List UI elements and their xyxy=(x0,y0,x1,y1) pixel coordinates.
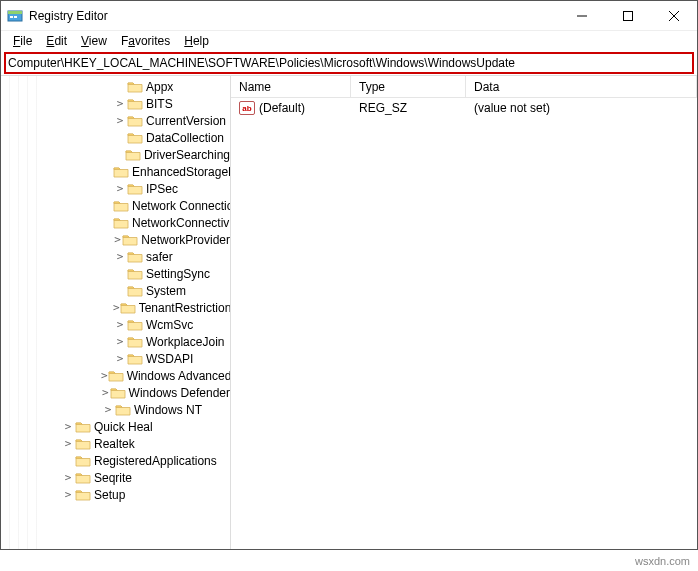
folder-icon xyxy=(113,216,129,230)
titlebar[interactable]: Registry Editor xyxy=(1,1,697,31)
minimize-button[interactable] xyxy=(559,1,605,31)
tree-item[interactable]: >BITS xyxy=(1,95,230,112)
tree-item[interactable]: EnhancedStorageDevices xyxy=(1,163,230,180)
tree-item[interactable]: >NetworkProvider xyxy=(1,231,230,248)
expand-icon[interactable]: > xyxy=(61,437,75,450)
tree-item[interactable]: DataCollection xyxy=(1,129,230,146)
tree-item[interactable]: >WorkplaceJoin xyxy=(1,333,230,350)
tree-item[interactable]: >CurrentVersion xyxy=(1,112,230,129)
tree-item[interactable]: >Windows Advanced Threat Protection xyxy=(1,367,230,384)
folder-icon xyxy=(127,182,143,196)
maximize-button[interactable] xyxy=(605,1,651,31)
expand-icon[interactable]: > xyxy=(113,335,127,348)
address-bar-container xyxy=(1,51,697,75)
tree-item[interactable]: >Seqrite xyxy=(1,469,230,486)
folder-icon xyxy=(127,284,143,298)
folder-icon xyxy=(127,352,143,366)
tree-item-label: Quick Heal xyxy=(94,420,153,434)
svg-rect-3 xyxy=(14,16,17,18)
tree-item[interactable]: >IPSec xyxy=(1,180,230,197)
tree-item-label: BITS xyxy=(146,97,173,111)
expand-icon[interactable]: > xyxy=(101,369,108,382)
expand-icon[interactable]: > xyxy=(113,182,127,195)
tree-item[interactable]: >Realtek xyxy=(1,435,230,452)
menu-view[interactable]: View xyxy=(75,32,113,50)
tree-item-label: SettingSync xyxy=(146,267,210,281)
tree-item-label: EnhancedStorageDevices xyxy=(132,165,231,179)
folder-icon xyxy=(127,114,143,128)
tree-item[interactable]: >Windows NT xyxy=(1,401,230,418)
column-name[interactable]: Name xyxy=(231,76,351,97)
tree-item[interactable]: >WSDAPI xyxy=(1,350,230,367)
tree-item-label: IPSec xyxy=(146,182,178,196)
folder-icon xyxy=(127,335,143,349)
folder-icon xyxy=(110,386,126,400)
menubar: File Edit View Favorites Help xyxy=(1,31,697,51)
tree-item[interactable]: Appx xyxy=(1,78,230,95)
folder-icon xyxy=(127,97,143,111)
tree-item-label: RegisteredApplications xyxy=(94,454,217,468)
tree-item[interactable]: >WcmSvc xyxy=(1,316,230,333)
tree-item[interactable]: DriverSearching xyxy=(1,146,230,163)
menu-file[interactable]: File xyxy=(7,32,38,50)
list-pane[interactable]: Name Type Data ab(Default)REG_SZ(value n… xyxy=(231,76,697,549)
folder-icon xyxy=(75,420,91,434)
tree-item[interactable]: >safer xyxy=(1,248,230,265)
expand-icon[interactable]: > xyxy=(113,114,127,127)
tree-item-label: Network Connections xyxy=(132,199,231,213)
tree-item[interactable]: >Quick Heal xyxy=(1,418,230,435)
tree-item[interactable]: Network Connections xyxy=(1,197,230,214)
list-row[interactable]: ab(Default)REG_SZ(value not set) xyxy=(231,98,697,116)
folder-icon xyxy=(125,148,141,162)
tree-item[interactable]: >Setup xyxy=(1,486,230,503)
tree-pane[interactable]: Appx>BITS>CurrentVersionDataCollectionDr… xyxy=(1,76,231,549)
menu-favorites[interactable]: Favorites xyxy=(115,32,176,50)
folder-icon xyxy=(115,403,131,417)
tree-item[interactable]: NetworkConnectivityStatusIndicator xyxy=(1,214,230,231)
column-type[interactable]: Type xyxy=(351,76,466,97)
expand-icon[interactable]: > xyxy=(61,420,75,433)
window-title: Registry Editor xyxy=(29,9,559,23)
tree-item[interactable]: SettingSync xyxy=(1,265,230,282)
tree-item[interactable]: RegisteredApplications xyxy=(1,452,230,469)
tree-item-label: CurrentVersion xyxy=(146,114,226,128)
tree-item-label: Windows NT xyxy=(134,403,202,417)
expand-icon[interactable]: > xyxy=(113,250,127,263)
value-name: (Default) xyxy=(259,101,305,115)
tree-item-label: WSDAPI xyxy=(146,352,193,366)
expand-icon[interactable]: > xyxy=(101,403,115,416)
column-data[interactable]: Data xyxy=(466,76,697,97)
address-bar[interactable] xyxy=(5,53,693,73)
tree-item-label: WcmSvc xyxy=(146,318,193,332)
tree-item[interactable]: >TenantRestrictions xyxy=(1,299,230,316)
tree-item-label: DriverSearching xyxy=(144,148,230,162)
folder-icon xyxy=(127,131,143,145)
tree-item-label: TenantRestrictions xyxy=(139,301,231,315)
app-icon xyxy=(7,8,23,24)
tree-item-label: Appx xyxy=(146,80,173,94)
expand-icon[interactable]: > xyxy=(61,471,75,484)
folder-icon xyxy=(122,233,138,247)
expand-icon[interactable]: > xyxy=(101,386,110,399)
tree-item-label: WorkplaceJoin xyxy=(146,335,224,349)
menu-help[interactable]: Help xyxy=(178,32,215,50)
folder-icon xyxy=(127,318,143,332)
folder-icon xyxy=(75,488,91,502)
tree-item[interactable]: >Windows Defender xyxy=(1,384,230,401)
menu-edit[interactable]: Edit xyxy=(40,32,73,50)
tree-item-label: DataCollection xyxy=(146,131,224,145)
expand-icon[interactable]: > xyxy=(113,233,122,246)
tree-item-label: Seqrite xyxy=(94,471,132,485)
expand-icon[interactable]: > xyxy=(113,301,120,314)
folder-icon xyxy=(75,454,91,468)
tree-item-label: Windows Defender xyxy=(129,386,230,400)
tree-item-label: Realtek xyxy=(94,437,135,451)
folder-icon xyxy=(120,301,136,315)
expand-icon[interactable]: > xyxy=(113,352,127,365)
close-button[interactable] xyxy=(651,1,697,31)
content-area: Appx>BITS>CurrentVersionDataCollectionDr… xyxy=(1,75,697,549)
expand-icon[interactable]: > xyxy=(113,318,127,331)
expand-icon[interactable]: > xyxy=(113,97,127,110)
expand-icon[interactable]: > xyxy=(61,488,75,501)
tree-item[interactable]: System xyxy=(1,282,230,299)
